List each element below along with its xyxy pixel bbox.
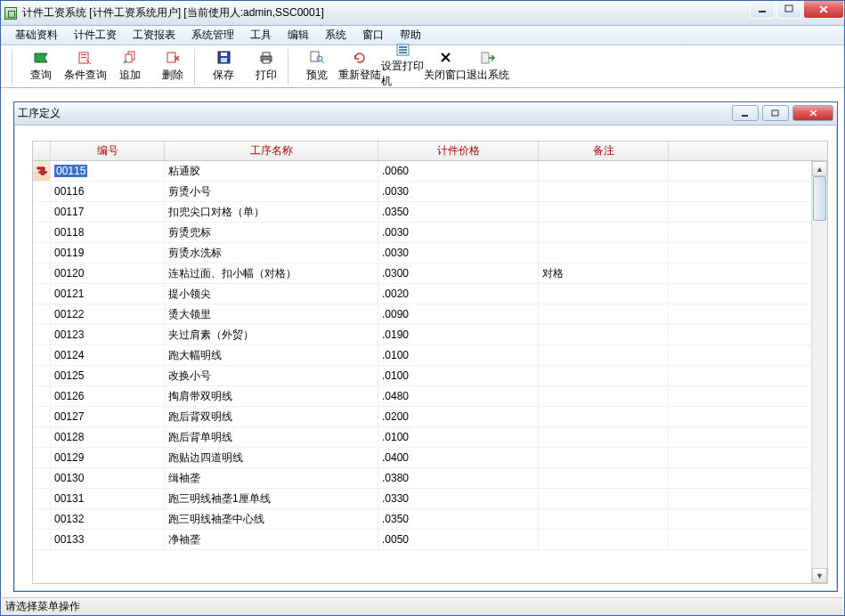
cell-id[interactable]: 00120 (51, 263, 165, 283)
cell-name[interactable]: 改换小号 (165, 366, 378, 385)
table-row[interactable]: 00126掏肩带双明线.0480 (33, 386, 811, 407)
cell-name[interactable]: 跑三明线袖垄中心线 (165, 509, 378, 529)
cell-name[interactable]: 跑贴边四道明线 (165, 448, 378, 467)
cell-id[interactable]: 00129 (51, 448, 165, 467)
table-row[interactable]: 00119剪烫水洗标.0030 (33, 243, 811, 263)
title-bar[interactable]: 计件工资系统 [计件工资系统用户] [当前使用人:admin,SSC0001] (1, 1, 844, 26)
cell-id[interactable]: 00131 (51, 489, 165, 508)
table-row[interactable]: 00121提小领尖.0020 (33, 284, 811, 304)
cell-note[interactable] (539, 182, 669, 201)
cell-id[interactable]: 00122 (51, 304, 165, 324)
minimize-button[interactable] (750, 1, 775, 19)
cell-note[interactable] (539, 243, 669, 263)
cell-id[interactable]: 00125 (51, 366, 165, 385)
cell-note[interactable] (539, 489, 669, 508)
cell-note[interactable] (539, 202, 669, 222)
cell-note[interactable] (539, 284, 669, 304)
cell-note[interactable] (539, 427, 669, 447)
cell-price[interactable]: .0050 (378, 530, 539, 549)
cell-price[interactable]: .0090 (378, 304, 539, 324)
cell-price[interactable]: .0330 (378, 489, 539, 508)
table-row[interactable]: 00118剪烫兜标.0030 (33, 223, 811, 243)
cell-note[interactable] (539, 345, 669, 365)
table-row[interactable]: 00122烫大领里.0090 (33, 304, 811, 325)
table-row[interactable]: 00129跑贴边四道明线.0400 (33, 448, 811, 468)
table-row[interactable]: 00123夹过肩素（外贸）.0190 (33, 325, 811, 345)
cell-name[interactable]: 烫大领里 (165, 304, 378, 324)
table-row[interactable]: 00115粘通胶.0060 (33, 161, 811, 182)
cell-id[interactable]: 00124 (51, 345, 165, 365)
menu-basic[interactable]: 基础资料 (10, 26, 63, 45)
col-note[interactable]: 备注 (539, 142, 669, 160)
cell-name[interactable]: 掏肩带双明线 (165, 386, 378, 406)
tb-add[interactable]: 追加 (109, 46, 151, 87)
cell-note[interactable] (539, 407, 669, 426)
cell-price[interactable]: .0350 (378, 509, 539, 529)
menu-report[interactable]: 工资报表 (127, 26, 181, 45)
grid-body[interactable]: 00115粘通胶.006000116剪烫小号.003000117扣兜尖口对格（单… (33, 161, 811, 583)
cell-price[interactable]: .0380 (378, 468, 539, 488)
cell-id[interactable]: 00119 (51, 243, 165, 263)
child-maximize-button[interactable] (762, 105, 789, 121)
cell-note[interactable] (539, 325, 669, 344)
menu-system[interactable]: 系统 (320, 26, 352, 45)
table-row[interactable]: 00116剪烫小号.0030 (33, 182, 811, 202)
table-row[interactable]: 00120连粘过面、扣小幅（对格）.0300对格 (33, 263, 811, 284)
cell-note[interactable] (539, 304, 669, 324)
child-minimize-button[interactable] (732, 105, 759, 121)
cell-note[interactable] (539, 468, 669, 488)
cell-price[interactable]: .0300 (378, 263, 539, 283)
cell-id[interactable]: 00130 (51, 468, 165, 488)
tb-exit[interactable]: 退出系统 (467, 46, 509, 87)
menu-window[interactable]: 窗口 (357, 26, 389, 45)
scroll-up-button[interactable]: ▲ (812, 161, 827, 176)
cell-id[interactable]: 00127 (51, 407, 165, 426)
cell-id[interactable]: 00128 (51, 427, 165, 447)
menu-help[interactable]: 帮助 (394, 26, 427, 45)
cell-price[interactable]: .0400 (378, 448, 539, 467)
cell-price[interactable]: .0480 (378, 386, 539, 406)
menu-wage[interactable]: 计件工资 (69, 26, 122, 45)
cell-price[interactable]: .0200 (378, 407, 539, 426)
child-close-button[interactable] (792, 105, 833, 121)
tb-printer-setup[interactable]: 设置打印机 (381, 46, 424, 87)
cell-id[interactable]: 00115 (51, 161, 165, 181)
cell-name[interactable]: 剪烫水洗标 (165, 243, 378, 263)
cell-price[interactable]: .0030 (378, 182, 539, 201)
table-row[interactable]: 00125改换小号.0100 (33, 366, 811, 386)
cell-note[interactable]: 对格 (539, 263, 669, 283)
cell-note[interactable] (539, 366, 669, 385)
cell-price[interactable]: .0100 (378, 427, 539, 447)
cell-price[interactable]: .0020 (378, 284, 539, 304)
cell-price[interactable]: .0350 (378, 202, 539, 222)
menu-tools[interactable]: 工具 (245, 26, 277, 45)
menu-edit[interactable]: 编辑 (282, 26, 314, 45)
scroll-track[interactable] (812, 176, 827, 568)
col-price[interactable]: 计件价格 (378, 142, 539, 160)
tb-save[interactable]: 保存 (202, 46, 245, 87)
tb-print[interactable]: 打印 (245, 46, 288, 87)
cell-name[interactable]: 跑三明线袖垄1厘单线 (165, 489, 378, 508)
cell-name[interactable]: 夹过肩素（外贸） (165, 325, 378, 344)
cell-note[interactable] (539, 223, 669, 242)
cell-id[interactable]: 00121 (51, 284, 165, 304)
col-name[interactable]: 工序名称 (165, 142, 378, 160)
cell-name[interactable]: 缉袖垄 (165, 468, 378, 488)
child-title-bar[interactable]: 工序定义 (14, 102, 837, 126)
cell-id[interactable]: 00117 (51, 202, 165, 222)
tb-relogin[interactable]: 重新登陆 (338, 46, 381, 87)
cell-price[interactable]: .0030 (378, 243, 539, 263)
table-row[interactable]: 00117扣兜尖口对格（单）.0350 (33, 202, 811, 223)
cell-id[interactable]: 00126 (51, 386, 165, 406)
cell-id[interactable]: 00133 (51, 530, 165, 549)
cell-name[interactable]: 剪烫小号 (165, 182, 378, 201)
table-row[interactable]: 00124跑大幅明线.0100 (33, 345, 811, 366)
scroll-down-button[interactable]: ▼ (812, 568, 827, 583)
cell-note[interactable] (539, 161, 669, 181)
cell-name[interactable]: 跑后背单明线 (165, 427, 378, 447)
cell-note[interactable] (539, 530, 669, 549)
cell-price[interactable]: .0100 (378, 345, 539, 365)
table-row[interactable]: 00128跑后背单明线.0100 (33, 427, 811, 448)
cell-name[interactable]: 提小领尖 (165, 284, 378, 304)
cell-note[interactable] (539, 386, 669, 406)
